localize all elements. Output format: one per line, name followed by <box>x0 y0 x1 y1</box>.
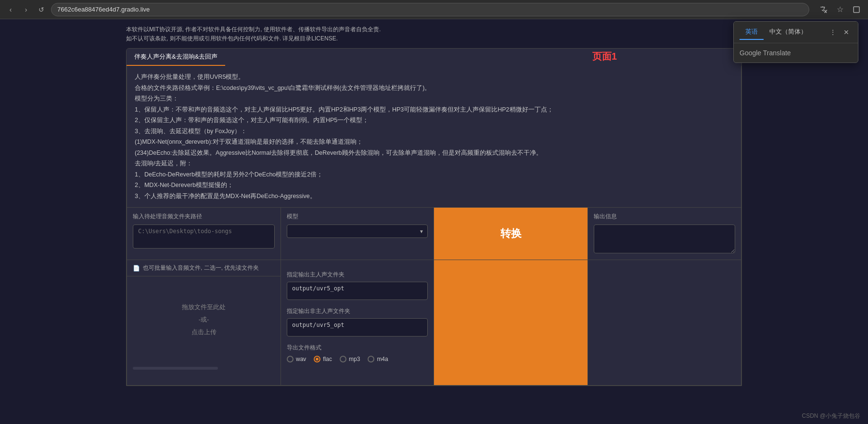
translate-icon[interactable] <box>817 3 830 16</box>
upload-dropzone[interactable]: 拖放文件至此处 -或- 点击上传 <box>127 276 281 363</box>
format-flac[interactable]: flac <box>314 356 332 362</box>
desc-line7: (1)MDX-Net(onnx_dereverb):对于双通道混响是最好的选择，… <box>135 137 733 148</box>
desc-line3: 模型分为三类： <box>135 93 733 104</box>
output-info-section: 输出信息 <box>588 208 741 260</box>
drop-text: 拖放文件至此处 <box>182 301 226 313</box>
vocal-output-label: 指定输出主人声文件夹 <box>287 271 428 279</box>
vocal-output-field[interactable]: output/uvr5_opt <box>287 282 428 300</box>
format-wav-label: wav <box>296 356 306 362</box>
desc-line10: 1、DeEcho-DeReverb模型的耗时是另外2个DeEcho模型的接近2倍… <box>135 169 733 180</box>
format-wav[interactable]: wav <box>287 356 306 362</box>
tab-container: 伴奏人声分离&去混响&去回声 人声伴奏分批量处理，使用UVR5模型。 合格的文件… <box>126 48 742 386</box>
desc-line8: (234)DeEcho:去除延迟效果。Aggressive比Normal去除得更… <box>135 148 733 159</box>
forward-button[interactable]: › <box>20 4 32 15</box>
upload-section: 📄 也可批量输入音频文件, 二选一, 优先读文件夹 拖放文件至此处 -或- 点击… <box>127 260 281 385</box>
radio-m4a-circle <box>368 356 374 362</box>
model-select-wrapper: ▼ <box>287 224 428 238</box>
controls-row2: 📄 也可批量输入音频文件, 二选一, 优先读文件夹 拖放文件至此处 -或- 点击… <box>127 260 741 386</box>
convert-button-spacer <box>434 260 588 385</box>
star-icon[interactable]: ☆ <box>833 3 847 16</box>
output-area-spacer <box>588 260 741 385</box>
translate-tab-english[interactable]: 英语 <box>740 25 764 40</box>
non-vocal-output-label: 指定输出非主人声文件夹 <box>287 307 428 315</box>
translate-tab-chinese[interactable]: 中文（简体） <box>764 25 813 40</box>
non-vocal-output-field[interactable]: output/uvr5_opt <box>287 318 428 337</box>
input-path-field[interactable] <box>133 224 275 249</box>
output-info-label: 输出信息 <box>594 212 735 221</box>
browser-toolbar: ‹ › ↺ 7662c6ea88476ed4d7.gradio.live ☆ <box>0 0 868 19</box>
input-path-label: 输入待处理音频文件夹路径 <box>133 212 275 221</box>
scrollbar <box>133 367 218 370</box>
format-m4a[interactable]: m4a <box>368 356 388 362</box>
translate-title: Google Translate <box>740 49 791 57</box>
output-info-field[interactable] <box>594 224 735 253</box>
export-format-group: wav flac mp3 m4a <box>287 356 428 362</box>
back-button[interactable]: ‹ <box>5 4 16 15</box>
license-text: 本软件以MIT协议开源, 作者不对软件具备任何控制力, 使用软件者、传播软件导出… <box>126 25 742 43</box>
model-label: 模型 <box>287 212 428 221</box>
description-area: 人声伴奏分批量处理，使用UVR5模型。 合格的文件夹路径格式举例：E:\code… <box>127 66 741 208</box>
format-mp3[interactable]: mp3 <box>340 356 360 362</box>
format-flac-label: flac <box>323 356 332 362</box>
tab-header: 伴奏人声分离&去混响&去回声 <box>127 49 225 66</box>
translate-body: Google Translate <box>734 43 858 62</box>
tab-vocal-separation[interactable]: 伴奏人声分离&去混响&去回声 <box>127 49 225 66</box>
main-content: 本软件以MIT协议开源, 作者不对软件具备任何控制力, 使用软件者、传播软件导出… <box>0 19 868 424</box>
desc-line2: 合格的文件夹路径格式举例：E:\codes\py39\vits_vc_gpu\白… <box>135 83 733 94</box>
translate-menu-button[interactable]: ⋮ <box>827 26 839 38</box>
translate-popup: 英语 中文（简体） ⋮ ✕ Google Translate <box>733 21 858 63</box>
file-icon: 📄 <box>133 265 140 272</box>
batch-upload-button[interactable]: 📄 也可批量输入音频文件, 二选一, 优先读文件夹 <box>133 264 259 272</box>
desc-line4: 1、保留人声：不带和声的音频选这个，对主人声保留比HP5更好。内置HP2和HP3… <box>135 104 733 115</box>
translate-tabs: 英语 中文（简体） <box>740 25 813 40</box>
desc-line11: 2、MDX-Net-Dereverb模型挺慢的； <box>135 180 733 191</box>
format-m4a-label: m4a <box>377 356 388 362</box>
radio-wav-circle <box>287 356 294 362</box>
footer-text: CSDN @小兔子烧包谷 <box>802 412 860 420</box>
desc-line6: 3、去混响、去延迟模型（by FoxJoy）： <box>135 126 733 137</box>
desc-line1: 人声伴奏分批量处理，使用UVR5模型。 <box>135 72 733 83</box>
browser-icons: ☆ <box>817 3 863 16</box>
click-upload-text[interactable]: 点击上传 <box>191 326 217 338</box>
license-line2: 如不认可该条款, 则不能使用或引用软件包内任何代码和文件. 详见根目录LICEN… <box>126 34 742 43</box>
refresh-button[interactable]: ↺ <box>36 4 47 15</box>
app-wrapper: 本软件以MIT协议开源, 作者不对软件具备任何控制力, 使用软件者、传播软件导出… <box>126 25 742 386</box>
radio-flac-circle <box>314 356 320 362</box>
address-bar[interactable]: 7662c6ea88476ed4d7.gradio.live <box>51 3 809 16</box>
desc-line5: 2、仅保留主人声：带和声的音频选这个，对主人声可能有削弱。内置HP5一个模型； <box>135 115 733 126</box>
output-settings-section: 指定输出主人声文件夹 output/uvr5_opt 指定输出非主人声文件夹 o… <box>281 260 434 385</box>
or-text: -或- <box>199 313 209 326</box>
controls-row1: 输入待处理音频文件夹路径 模型 ▼ 转换 <box>127 208 741 260</box>
url-text: 7662c6ea88476ed4d7.gradio.live <box>57 6 150 13</box>
desc-line9: 去混响/去延迟，附： <box>135 158 733 169</box>
maximize-icon[interactable] <box>850 3 863 16</box>
format-mp3-label: mp3 <box>349 356 360 362</box>
model-select[interactable] <box>287 224 428 238</box>
desc-line12: 3、个人推荐的最干净的配置是先MDX-Net再DeEcho-Aggressive… <box>135 191 733 202</box>
model-section: 模型 ▼ <box>281 208 434 260</box>
upload-btn-row: 📄 也可批量输入音频文件, 二选一, 优先读文件夹 <box>127 260 281 276</box>
translate-popup-header: 英语 中文（简体） ⋮ ✕ <box>734 22 858 43</box>
convert-button[interactable]: 转换 <box>434 208 588 260</box>
translate-close-button[interactable]: ✕ <box>841 26 852 38</box>
export-format-label: 导出文件格式 <box>287 344 428 352</box>
page-label: 页面1 <box>592 50 617 63</box>
input-path-section: 输入待处理音频文件夹路径 <box>127 208 281 260</box>
radio-mp3-circle <box>340 356 346 362</box>
translate-popup-actions: ⋮ ✕ <box>827 26 852 38</box>
license-line1: 本软件以MIT协议开源, 作者不对软件具备任何控制力, 使用软件者、传播软件导出… <box>126 25 742 34</box>
svg-rect-0 <box>854 7 859 12</box>
